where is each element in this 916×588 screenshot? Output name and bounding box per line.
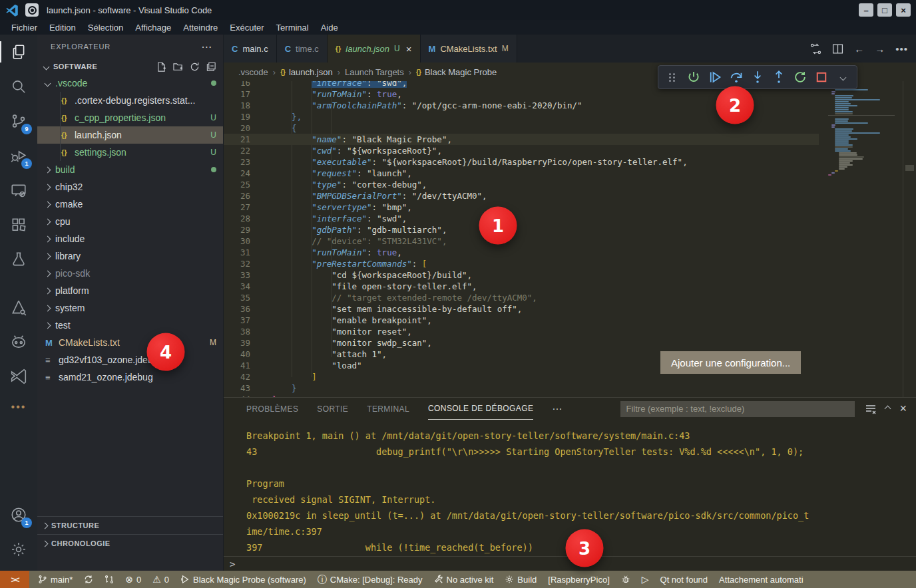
remote-explorer-icon[interactable] (0, 173, 37, 208)
section-structure[interactable]: STRUCTURE (37, 516, 223, 534)
code-line-21[interactable]: 21 "name": "Black Magic Probe", (224, 134, 819, 145)
code-line-24[interactable]: 24 "request": "launch", (224, 168, 819, 179)
clear-console-icon[interactable] (865, 404, 876, 414)
tree-item-vscode[interactable]: .vscode (37, 74, 223, 92)
power-icon[interactable] (685, 69, 702, 86)
panel-tab-console-de-d-bogage[interactable]: CONSOLE DE DÉBOGAGE (428, 398, 533, 420)
status-build[interactable]: Build (505, 575, 537, 585)
status-branch-compare-icon[interactable] (105, 575, 114, 584)
code-line-25[interactable]: 25 "type": "cortex-debug", (224, 179, 819, 190)
code-line-43[interactable]: 43 } (224, 382, 819, 394)
code-line-31[interactable]: 31 "runToMain": true, (224, 247, 819, 258)
step-out-icon[interactable] (770, 69, 788, 86)
tree-item-system[interactable]: system (37, 299, 223, 317)
tree-item-c-cpp-properties-json[interactable]: {}c_cpp_properties.jsonU (37, 109, 223, 126)
panel-tab-terminal[interactable]: TERMINAL (367, 398, 409, 420)
panel-tab-sortie[interactable]: SORTIE (317, 398, 348, 420)
tree-item-library[interactable]: library (37, 247, 223, 265)
run-debug-icon[interactable]: 1 (0, 138, 37, 173)
testing-beaker-icon[interactable] (0, 242, 37, 277)
toolbar-chevron-down-icon[interactable] (834, 69, 851, 86)
nav-forward-icon[interactable]: → (875, 43, 885, 55)
menu-fichier[interactable]: Fichier (5, 23, 43, 33)
maximize-button[interactable]: □ (877, 3, 892, 17)
tree-item-gd32vf103-ozone-jdebug[interactable]: ≡gd32vf103_ozone.jdebug (37, 351, 223, 368)
minimap[interactable] (828, 85, 895, 176)
accounts-icon[interactable]: 1 (0, 498, 37, 532)
visual-studio-icon[interactable] (0, 359, 37, 394)
menu-ex-cuter[interactable]: Exécuter (224, 23, 270, 33)
status-qt-not-found[interactable]: Qt not found (660, 575, 708, 585)
code-line-33[interactable]: 33 "cd ${workspaceRoot}/build", (224, 269, 819, 281)
code-line-39[interactable]: 39 "monitor swdp_scan", (224, 337, 819, 349)
code-line-22[interactable]: 22 "cwd": "${workspaceRoot}", (224, 145, 819, 156)
status-raspberrypico[interactable]: [RaspberryPico] (548, 575, 609, 585)
code-line-34[interactable]: 34 "file open-story-teller.elf", (224, 281, 819, 292)
restart-icon[interactable] (792, 69, 809, 86)
tree-item-cmakelists-txt[interactable]: MCMakeLists.txtM (37, 334, 223, 351)
status-play-icon[interactable]: ▷ (642, 575, 649, 584)
close-panel-icon[interactable]: × (899, 402, 907, 416)
menu-s-lection[interactable]: Sélection (82, 23, 129, 33)
settings-gear-icon[interactable] (0, 532, 37, 567)
menu-terminal[interactable]: Terminal (270, 23, 315, 33)
code-line-38[interactable]: 38 "monitor reset", (224, 326, 819, 337)
tab-launch-json[interactable]: {}launch.jsonU× (328, 35, 421, 63)
section-chronologie[interactable]: CHRONOLOGIE (37, 534, 223, 552)
step-into-icon[interactable] (749, 69, 766, 86)
workspace-section-header[interactable]: SOFTWARE (37, 59, 223, 74)
status-no-active-kit[interactable]: No active kit (434, 575, 494, 585)
menu-affichage[interactable]: Affichage (129, 23, 177, 33)
status-attachement-automati[interactable]: Attachement automati (719, 575, 803, 585)
panel-more-icon[interactable]: ⋯ (552, 403, 563, 415)
status-bug-icon[interactable] (621, 575, 630, 584)
tree-item-test[interactable]: test (37, 317, 223, 334)
stop-icon[interactable] (813, 69, 830, 86)
code-line-35[interactable]: 35 // "target extended-remote /dev/ttyAC… (224, 292, 819, 303)
more-extensions-icon[interactable]: ••• (11, 394, 27, 420)
new-folder-icon[interactable] (173, 62, 183, 72)
code-line-29[interactable]: 29 "gdbPath": "gdb-multiarch", (224, 224, 819, 235)
status-black-magic-probe-software[interactable]: Black Magic Probe (software) (180, 575, 306, 585)
code-line-32[interactable]: 32 "preRestartCommands": [ (224, 258, 819, 269)
code-line-27[interactable]: 27 "servertype": "bmp", (224, 202, 819, 213)
remote-indicator[interactable]: >< (0, 571, 29, 588)
tree-item-cortex-debug-registers-stat[interactable]: {}.cortex-debug.registers.stat... (37, 92, 223, 109)
refresh-icon[interactable] (190, 62, 200, 72)
status-0[interactable]: ⚠0 (152, 575, 169, 585)
tab-main-c[interactable]: Cmain.c (224, 35, 277, 63)
tree-item-samd21-ozone-jdebug[interactable]: ≡samd21_ozone.jdebug (37, 368, 223, 386)
code-line-26[interactable]: 26 "BMPGDBSerialPort": "/dev/ttyACM0", (224, 190, 819, 202)
tab-cmakelists-txt[interactable]: MCMakeLists.txtM (421, 35, 517, 63)
add-configuration-button[interactable]: Ajouter une configuration... (660, 351, 801, 374)
maximize-panel-icon[interactable] (885, 406, 890, 411)
code-line-20[interactable]: 20 { (224, 122, 819, 134)
code-line-37[interactable]: 37 "enable breakpoint", (224, 315, 819, 326)
status-0[interactable]: ⊗0 (125, 575, 141, 585)
code-editor[interactable]: 16 "interface": "swd",17 "runToMain": tr… (224, 81, 916, 397)
status-cmake-debug-ready[interactable]: ⓘCMake: [Debug]: Ready (318, 575, 423, 585)
open-changes-icon[interactable] (810, 43, 821, 55)
tab-time-c[interactable]: Ctime.c (277, 35, 328, 63)
cmake-icon[interactable] (0, 290, 37, 325)
new-file-icon[interactable] (156, 62, 166, 72)
split-editor-icon[interactable] (832, 43, 843, 55)
editor-more-icon[interactable]: ••• (895, 43, 908, 55)
menu-edition[interactable]: Edition (43, 23, 82, 33)
breadcrumb-launch-targets[interactable]: Launch Targets (345, 67, 404, 77)
close-button[interactable]: × (896, 3, 911, 17)
source-control-icon[interactable]: 9 (0, 104, 37, 138)
toolbar-drag-handle[interactable] (664, 69, 681, 86)
editor-scrollbar[interactable] (903, 81, 916, 397)
continue-icon[interactable] (706, 69, 724, 86)
tree-item-launch-json[interactable]: {}launch.jsonU (37, 126, 223, 144)
code-line-36[interactable]: 36 "set mem inaccessible-by-default off"… (224, 303, 819, 315)
tree-item-build[interactable]: build (37, 161, 223, 178)
menu-atteindre[interactable]: Atteindre (177, 23, 224, 33)
tree-item-cpu[interactable]: cpu (37, 213, 223, 230)
tree-item-platform[interactable]: platform (37, 282, 223, 299)
breadcrumb-vscode[interactable]: .vscode (238, 67, 268, 77)
code-line-30[interactable]: 30 // "device": "STM32L431VC", (224, 235, 819, 247)
explorer-more-icon[interactable]: ⋯ (201, 41, 212, 53)
close-tab-icon[interactable]: × (406, 43, 412, 55)
